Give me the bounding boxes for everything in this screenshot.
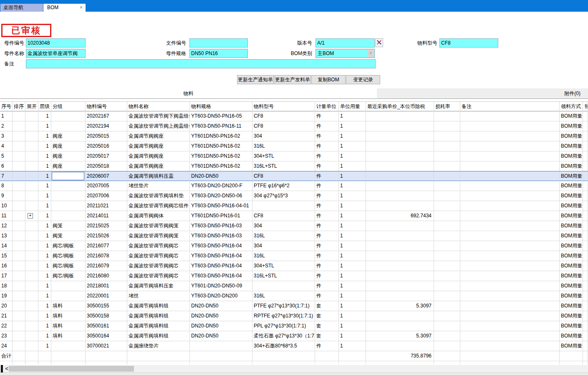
cell-note[interactable] bbox=[460, 321, 560, 331]
cell-seq[interactable]: 11 bbox=[0, 211, 13, 221]
cell-note[interactable] bbox=[460, 291, 560, 301]
cell-qty[interactable]: 1 bbox=[339, 311, 366, 321]
cell-code[interactable]: 20205015 bbox=[86, 131, 127, 141]
col-header-code[interactable]: 物料编号 bbox=[86, 102, 127, 111]
parent-spec-input[interactable] bbox=[189, 49, 248, 58]
cell-level[interactable]: 1 bbox=[38, 311, 51, 321]
cell-loss[interactable] bbox=[434, 281, 460, 291]
cell-loss[interactable] bbox=[434, 311, 460, 321]
cell-expand[interactable] bbox=[25, 341, 38, 351]
cell-seq[interactable]: 22 bbox=[0, 321, 13, 331]
scrollbar-thumb[interactable] bbox=[9, 366, 134, 372]
cell-alt[interactable] bbox=[583, 131, 588, 141]
cell-seq[interactable]: 1 bbox=[0, 111, 13, 121]
cell-code[interactable]: 20216080 bbox=[86, 271, 127, 281]
cell-unit[interactable]: 件 bbox=[315, 241, 339, 251]
cell-sort[interactable] bbox=[13, 171, 25, 181]
cell-level[interactable]: 1 bbox=[38, 301, 51, 311]
cell-sort[interactable] bbox=[13, 281, 25, 291]
cell-seq[interactable]: 15 bbox=[0, 251, 13, 261]
cell-code[interactable]: 20202194 bbox=[86, 121, 127, 131]
cell-pick[interactable]: BOM用量 bbox=[560, 261, 583, 271]
cell-level[interactable]: 1 bbox=[38, 321, 51, 331]
cell-group[interactable]: 阀笼 bbox=[51, 231, 86, 241]
cell-expand[interactable] bbox=[25, 271, 38, 281]
cell-seq[interactable]: 8 bbox=[0, 181, 13, 191]
parent-code-input[interactable] bbox=[26, 38, 86, 48]
cell-pick[interactable]: BOM用量 bbox=[560, 301, 583, 311]
cell-unit[interactable]: 套 bbox=[315, 321, 339, 331]
cell-alt[interactable] bbox=[583, 291, 588, 301]
cell-level[interactable]: 1 bbox=[38, 221, 51, 231]
cell-level[interactable]: 1 bbox=[38, 121, 51, 131]
tab-desktop-nav[interactable]: 桌面导航 bbox=[0, 4, 43, 12]
cell-group[interactable]: 填料 bbox=[51, 331, 86, 341]
cell-unit[interactable]: 套 bbox=[315, 331, 339, 341]
cell-seq[interactable]: 16 bbox=[0, 261, 13, 271]
cell-code[interactable]: 20206007 bbox=[86, 171, 127, 181]
col-header-alt[interactable]: 替 bbox=[583, 102, 588, 111]
table-row[interactable]: 19120220001堵丝YT603-DN20-DN200316L件1BOM用量 bbox=[0, 291, 588, 301]
col-header-sort[interactable]: 排序 bbox=[13, 102, 25, 111]
cell-name[interactable]: 金属调节阀阀座 bbox=[127, 161, 190, 171]
cell-group[interactable]: 阀芯/阀板 bbox=[51, 271, 86, 281]
close-icon[interactable]: × bbox=[80, 4, 83, 12]
table-row[interactable]: 211填料30500158金属调节阀填料组DN20-DN50RPTFE φ27*… bbox=[0, 311, 588, 321]
cell-loss[interactable] bbox=[434, 211, 460, 221]
cell-qty[interactable]: 1 bbox=[339, 201, 366, 211]
cell-group[interactable]: 阀座 bbox=[51, 151, 86, 161]
cell-name[interactable]: 金属波纹管调节阀下阀盖组件 bbox=[127, 111, 190, 121]
table-row[interactable]: 221填料30500161金属调节阀填料组DN20-DN50PPL φ27*φ1… bbox=[0, 321, 588, 331]
cell-price[interactable] bbox=[366, 151, 434, 161]
cell-seq[interactable]: 2 bbox=[0, 121, 13, 131]
cell-note[interactable] bbox=[460, 121, 560, 131]
cell-code[interactable]: 20215026 bbox=[86, 231, 127, 241]
cell-code[interactable]: 20216078 bbox=[86, 251, 127, 261]
cell-pick[interactable]: BOM用量 bbox=[560, 151, 583, 161]
cell-sort[interactable] bbox=[13, 221, 25, 231]
cell-unit[interactable]: 件 bbox=[315, 121, 339, 131]
cell-sort[interactable] bbox=[13, 121, 25, 131]
cell-seq[interactable]: 14 bbox=[0, 241, 13, 251]
cell-code[interactable]: 20220001 bbox=[86, 291, 127, 301]
cell-expand[interactable] bbox=[25, 311, 38, 321]
cell-loss[interactable] bbox=[434, 221, 460, 231]
cell-price[interactable] bbox=[366, 241, 434, 251]
cell-sort[interactable] bbox=[13, 151, 25, 161]
table-row[interactable]: 51阀座20205017金属调节阀阀座YT601DN50-PN16-02304+… bbox=[0, 151, 588, 161]
table-row[interactable]: 1120202167金属波纹管调节阀下阀盖组件YT603-DN50-PN16-0… bbox=[0, 111, 588, 121]
cell-loss[interactable] bbox=[434, 171, 460, 181]
cell-expand[interactable] bbox=[25, 171, 38, 181]
cell-spec[interactable]: YT601-DN20-DN50-09 bbox=[190, 281, 252, 291]
cell-expand[interactable] bbox=[25, 301, 38, 311]
cell-loss[interactable] bbox=[434, 241, 460, 251]
cell-name[interactable]: 堵丝 bbox=[127, 291, 190, 301]
cell-code[interactable]: 20205018 bbox=[86, 161, 127, 171]
cell-model[interactable]: CF8 bbox=[252, 211, 315, 221]
cell-loss[interactable] bbox=[434, 191, 460, 201]
cell-spec[interactable]: YT601DN50-PN16-02 bbox=[190, 161, 252, 171]
cell-sort[interactable] bbox=[13, 201, 25, 211]
cell-group[interactable]: 填料 bbox=[51, 321, 86, 331]
cell-price[interactable]: 692.7434 bbox=[366, 211, 434, 221]
cell-loss[interactable] bbox=[434, 271, 460, 281]
cell-alt[interactable] bbox=[583, 261, 588, 271]
cell-unit[interactable]: 件 bbox=[315, 201, 339, 211]
cell-code[interactable]: 20215025 bbox=[86, 221, 127, 231]
cell-spec[interactable]: DN20-DN50 bbox=[190, 171, 252, 181]
col-header-spec[interactable]: 物料规格 bbox=[190, 102, 252, 111]
cell-seq[interactable]: 19 bbox=[0, 291, 13, 301]
table-row[interactable]: 11+120214011金属调节阀阀体YT601DN50-PN16-01CF8件… bbox=[0, 211, 588, 221]
cell-level[interactable]: 1 bbox=[38, 171, 51, 181]
cell-group[interactable] bbox=[51, 111, 86, 121]
cell-loss[interactable] bbox=[434, 261, 460, 271]
table-row[interactable]: 201填料30500155金属调节阀填料组DN20-DN50PTFE φ27*φ… bbox=[0, 301, 588, 311]
cell-expand[interactable] bbox=[25, 131, 38, 141]
cell-loss[interactable] bbox=[434, 131, 460, 141]
cell-model[interactable] bbox=[252, 281, 315, 291]
cell-name[interactable]: 金属调节阀阀座 bbox=[127, 131, 190, 141]
cell-unit[interactable]: 件 bbox=[315, 221, 339, 231]
cell-note[interactable] bbox=[460, 201, 560, 211]
cell-expand[interactable] bbox=[25, 151, 38, 161]
cell-pick[interactable]: BOM用量 bbox=[560, 191, 583, 201]
